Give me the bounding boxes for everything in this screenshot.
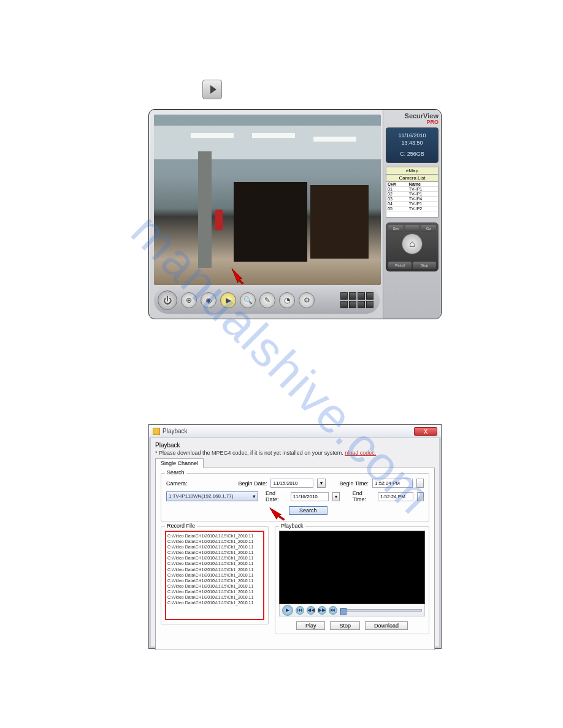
list-item[interactable]: C:\Video Data\CH1\2010\11\15\Ch1_2010.11 <box>167 561 262 566</box>
power-button[interactable] <box>158 290 177 310</box>
begin-time-input[interactable]: 1:52:24 PM <box>372 479 413 488</box>
list-item[interactable]: C:\Video Data\CH1\2010\11\15\Ch1_2010.11 <box>167 539 262 544</box>
video-scene <box>154 115 381 285</box>
record-file-group: Record File C:\Video Data\CH1\2010\11\15… <box>161 526 269 624</box>
layout-grid[interactable] <box>340 292 373 308</box>
brand-sub: PRO <box>386 119 439 125</box>
playback-video[interactable] <box>279 531 425 604</box>
rewind-icon[interactable]: ◀◀ <box>307 606 315 615</box>
close-button[interactable]: X <box>414 427 437 436</box>
home-icon[interactable] <box>402 233 423 254</box>
stop-button[interactable]: Stop <box>413 262 436 269</box>
log-icon[interactable]: ✎ <box>259 292 275 308</box>
begin-date-label: Begin Date: <box>238 480 267 487</box>
next-icon[interactable]: ⏭ <box>329 606 337 615</box>
begin-time-label: Begin Time: <box>339 480 369 487</box>
camera-label: Camera: <box>166 480 198 487</box>
set-button[interactable]: Set <box>388 225 404 232</box>
video-area[interactable] <box>154 115 381 285</box>
end-time-input[interactable]: 1:52:24 PM <box>378 492 413 501</box>
list-item[interactable]: C:\Video Data\CH1\2010\11\15\Ch1_2010.11 <box>167 578 262 583</box>
gear-icon[interactable]: ⚙ <box>299 292 315 308</box>
tab-panel: Search Camera: Begin Date: 11/15/2010 ▾ … <box>155 468 435 650</box>
clock-display: 11/16/2010 13:43:50 C: 256GB <box>386 127 439 163</box>
search-group: Search Camera: Begin Date: 11/15/2010 ▾ … <box>161 473 429 521</box>
playback-controls: ▶ ⏮ ◀◀ ▶▶ ⏭ <box>279 604 425 616</box>
camera-list[interactable]: CH#Name 01TV-IP1 02TV-IP1 03TV-IP4 04TV-… <box>386 182 439 218</box>
prev-icon[interactable]: ⏮ <box>296 606 304 615</box>
play-button[interactable]: Play <box>296 621 326 630</box>
menu-playback[interactable]: Playback <box>155 442 435 449</box>
seek-slider[interactable] <box>340 609 422 612</box>
clock-time: 13:43:50 <box>401 140 423 147</box>
go-button[interactable]: Go <box>421 225 436 232</box>
red-arrow-icon <box>230 267 248 285</box>
camera-row: 01TV-IP1 <box>386 187 438 192</box>
list-item[interactable]: C:\Video Data\CH1\2010\11\15\Ch1_2010.11 <box>167 589 262 594</box>
record-file-list[interactable]: C:\Video Data\CH1\2010\11\15\Ch1_2010.11… <box>165 531 264 620</box>
calendar-icon[interactable]: ▾ <box>317 479 326 488</box>
search-button[interactable]: Search <box>289 506 327 515</box>
camera-row: 03TV-IP4 <box>386 197 438 202</box>
patrol-button[interactable]: Patrol <box>388 262 412 269</box>
window-title: Playback <box>163 428 188 434</box>
search-icon[interactable]: 🔍 <box>240 292 256 308</box>
list-item[interactable]: C:\Video Data\CH1\2010\11\15\Ch1_2010.11 <box>167 600 262 605</box>
camera-row: 02TV-IP1 <box>386 192 438 197</box>
toolbar: ⊕ ◉ ▶ 🔍 ✎ ◔ ⚙ <box>154 287 380 314</box>
forward-icon[interactable]: ▶▶ <box>318 606 326 615</box>
list-item[interactable]: C:\Video Data\CH1\2010\11\15\Ch1_2010.11 <box>167 594 262 600</box>
end-time-label: End Time: <box>353 490 374 502</box>
red-arrow-icon <box>269 506 286 521</box>
title-bar[interactable]: Playback X <box>149 425 441 438</box>
play-pause-icon[interactable]: ▶ <box>282 605 293 616</box>
search-group-title: Search <box>165 469 186 476</box>
calendar-icon[interactable]: ▾ <box>332 492 340 501</box>
emap-button[interactable]: eMap <box>386 167 439 175</box>
time-spinner[interactable] <box>417 492 424 501</box>
right-panel: SecurView PRO 11/16/2010 13:43:50 C: 256… <box>383 110 441 319</box>
list-item[interactable]: C:\Video Data\CH1\2010\11\15\Ch1_2010.11 <box>167 583 262 589</box>
preset-slot[interactable] <box>405 225 420 232</box>
play-icon <box>202 80 222 99</box>
brand-logo: SecurView PRO <box>386 112 439 125</box>
end-date-label: End Date: <box>266 490 287 502</box>
securview-window: SecurView PRO 11/16/2010 13:43:50 C: 256… <box>148 109 442 319</box>
playback-group-title: Playback <box>279 523 305 529</box>
ptz-control[interactable]: Set Go Patrol Stop <box>386 222 439 271</box>
list-item[interactable]: C:\Video Data\CH1\2010\11\15\Ch1_2010.11 <box>167 572 262 578</box>
window-icon <box>153 428 160 435</box>
col-name: Name <box>408 182 438 187</box>
tab-single-channel[interactable]: Single Channel <box>155 458 204 468</box>
list-item[interactable]: C:\Video Data\CH1\2010\11\15\Ch1_2010.11 <box>167 555 262 561</box>
list-item[interactable]: C:\Video Data\CH1\2010\11\15\Ch1_2010.11 <box>167 544 262 550</box>
schedule-icon[interactable]: ◔ <box>279 292 295 308</box>
codec-notice: * Please download the MPEG4 codec, if it… <box>155 450 435 456</box>
list-item[interactable]: C:\Video Data\CH1\2010\11\15\Ch1_2010.11 <box>167 533 262 539</box>
begin-date-input[interactable]: 11/15/2010 <box>270 479 313 488</box>
clock-date: 11/16/2010 <box>398 132 426 140</box>
list-item[interactable]: C:\Video Data\CH1\2010\11\15\Ch1_2010.11 <box>167 567 262 572</box>
camera-row: 05TV-IP2 <box>386 207 438 211</box>
record-icon[interactable]: ◉ <box>201 292 216 308</box>
record-file-title: Record File <box>165 523 197 529</box>
clock-disk: C: 256GB <box>400 151 424 158</box>
camera-list-title: Camera List <box>386 175 439 182</box>
list-item[interactable]: C:\Video Data\CH1\2010\11\15\Ch1_2010.11 <box>167 550 262 555</box>
stop-button[interactable]: Stop <box>330 621 360 630</box>
playback-group: Playback ▶ ⏮ ◀◀ ▶▶ ⏭ Play Stop <box>275 526 429 634</box>
playback-window: Playback X Playback * Please download th… <box>148 424 442 649</box>
end-date-input[interactable]: 11/16/2010 <box>291 492 329 501</box>
camera-row: 04TV-IP1 <box>386 202 438 207</box>
time-spinner[interactable] <box>416 479 424 488</box>
camera-select[interactable]: 1:TV-IP110WN(192.168.1.77) <box>166 491 258 501</box>
settings1-icon[interactable]: ⊕ <box>181 292 197 308</box>
codec-link[interactable]: nload codec. <box>345 450 376 456</box>
playback-icon[interactable]: ▶ <box>220 292 236 308</box>
download-button[interactable]: Download <box>365 621 408 630</box>
col-ch: CH# <box>386 182 408 187</box>
